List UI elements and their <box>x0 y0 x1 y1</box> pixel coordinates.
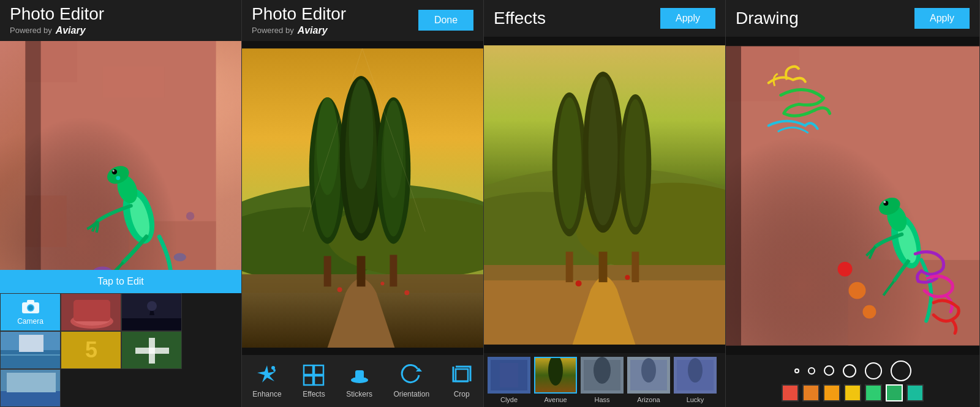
svg-rect-39 <box>7 373 56 392</box>
panel-1-title: Photo Editor <box>10 5 104 24</box>
camera-label: Camera <box>17 317 43 326</box>
tap-to-edit-button[interactable]: Tap to Edit <box>0 270 241 293</box>
thumb-landscape-img <box>1 370 61 407</box>
panel-3-image-area <box>484 37 725 353</box>
svg-point-19 <box>28 305 33 310</box>
color-yellow-orange[interactable] <box>823 384 840 401</box>
svg-point-100 <box>641 358 656 383</box>
svg-rect-108 <box>848 260 979 346</box>
panel-1-photo-editor: Photo Editor Powered by Aviary <box>0 0 242 407</box>
hass-thumb <box>581 357 624 394</box>
stickers-label: Stickers <box>346 390 372 398</box>
tool-effects[interactable]: Effects <box>295 362 332 401</box>
brush-size-6[interactable] <box>891 360 911 381</box>
svg-point-114 <box>883 201 886 203</box>
drawing-apply-button[interactable]: Apply <box>914 8 970 29</box>
thumb-pool[interactable] <box>0 331 61 369</box>
svg-point-89 <box>625 275 630 280</box>
crop-icon <box>451 364 473 386</box>
effect-arizona[interactable]: Arizona <box>626 356 671 405</box>
thumb-landscape[interactable] <box>0 369 61 407</box>
svg-rect-6 <box>25 41 40 293</box>
color-teal[interactable] <box>907 384 924 401</box>
effects-label: Effects <box>303 390 325 398</box>
brush-size-1[interactable] <box>794 368 799 373</box>
panel-2-toolbar: Enhance Effects Stickers <box>242 355 483 407</box>
avenue-thumb <box>534 357 577 394</box>
svg-point-56 <box>383 100 403 198</box>
camera-thumb[interactable]: Camera <box>0 293 61 331</box>
clyde-thumb-img <box>488 357 530 394</box>
effects-apply-button[interactable]: Apply <box>660 8 715 29</box>
panel-1-header: Photo Editor Powered by Aviary <box>0 0 241 41</box>
lucky-thumb-img <box>674 357 717 394</box>
thumb-shoes-img <box>61 294 121 331</box>
lucky-label: Lucky <box>687 396 704 403</box>
clyde-thumb <box>488 357 530 394</box>
svg-rect-20 <box>27 300 34 303</box>
brush-size-5[interactable] <box>865 362 882 379</box>
lucky-thumb <box>674 357 717 394</box>
thumb-plus-img <box>122 332 182 369</box>
tool-enhance[interactable]: Enhance <box>245 362 288 401</box>
color-yellow[interactable] <box>844 384 861 401</box>
enhance-label: Enhance <box>252 390 281 398</box>
powered-by-label: Powered by <box>10 26 52 35</box>
svg-rect-24 <box>74 300 110 321</box>
svg-rect-57 <box>390 255 397 286</box>
done-button[interactable]: Done <box>418 10 473 31</box>
brush-size-2[interactable] <box>808 367 815 375</box>
svg-point-58 <box>337 287 342 292</box>
panel-2-powered-by: Powered by Aviary <box>252 25 346 36</box>
hass-thumb-img <box>581 357 624 394</box>
orientation-label: Orientation <box>393 390 429 398</box>
color-green[interactable] <box>886 384 903 401</box>
brush-size-3[interactable] <box>824 365 834 376</box>
orientation-icon <box>401 364 423 386</box>
svg-rect-64 <box>314 365 323 375</box>
thumb-shoes[interactable] <box>61 293 121 331</box>
effect-lucky[interactable]: Lucky <box>673 356 718 405</box>
tool-crop[interactable]: Crop <box>443 362 480 401</box>
panel-2-title: Photo Editor <box>252 5 346 24</box>
panel-4-image-area[interactable] <box>726 37 979 355</box>
svg-point-97 <box>594 357 611 384</box>
effect-hass[interactable]: Hass <box>579 356 625 405</box>
svg-point-59 <box>380 282 384 285</box>
svg-rect-63 <box>304 365 313 375</box>
color-light-green[interactable] <box>865 384 882 401</box>
thumb-5[interactable]: 5 <box>61 331 121 369</box>
svg-rect-92 <box>500 363 518 387</box>
brush-size-4[interactable] <box>843 364 856 378</box>
color-red[interactable] <box>782 384 799 401</box>
svg-rect-38 <box>1 391 61 407</box>
drawing-photo <box>726 37 979 355</box>
panel-1-header-left: Photo Editor Powered by Aviary <box>10 5 104 36</box>
svg-text:5: 5 <box>85 337 97 362</box>
thumb-plus[interactable] <box>121 331 182 369</box>
color-palette-row <box>731 384 974 401</box>
thumb-silhouette[interactable] <box>121 293 182 331</box>
svg-point-60 <box>404 290 409 295</box>
tool-stickers[interactable]: Stickers <box>339 362 380 401</box>
avenue-label: Avenue <box>544 396 567 403</box>
thumb-silhouette-img <box>122 294 182 331</box>
svg-point-12 <box>113 170 115 171</box>
panel-2-aviary-logo: Aviary <box>298 25 328 36</box>
effect-avenue[interactable]: Avenue <box>533 356 578 405</box>
panel-4-header: Drawing Apply <box>726 0 979 37</box>
effects-photo <box>484 37 725 353</box>
panel-1-image-area[interactable]: Tap to Edit <box>0 41 241 293</box>
color-orange[interactable] <box>802 384 820 401</box>
panel-2-header-left: Photo Editor Powered by Aviary <box>252 5 346 36</box>
svg-point-117 <box>862 305 876 319</box>
tool-orientation[interactable]: Orientation <box>386 362 437 401</box>
effect-clyde[interactable]: Clyde <box>486 356 532 405</box>
svg-point-116 <box>849 282 866 299</box>
thumb-5-img: 5 <box>61 332 121 369</box>
svg-rect-65 <box>304 376 313 385</box>
svg-rect-66 <box>314 376 323 385</box>
panel-1-powered-by: Powered by Aviary <box>10 25 104 36</box>
thumb-pool-img <box>1 332 61 369</box>
svg-rect-29 <box>1 350 61 369</box>
